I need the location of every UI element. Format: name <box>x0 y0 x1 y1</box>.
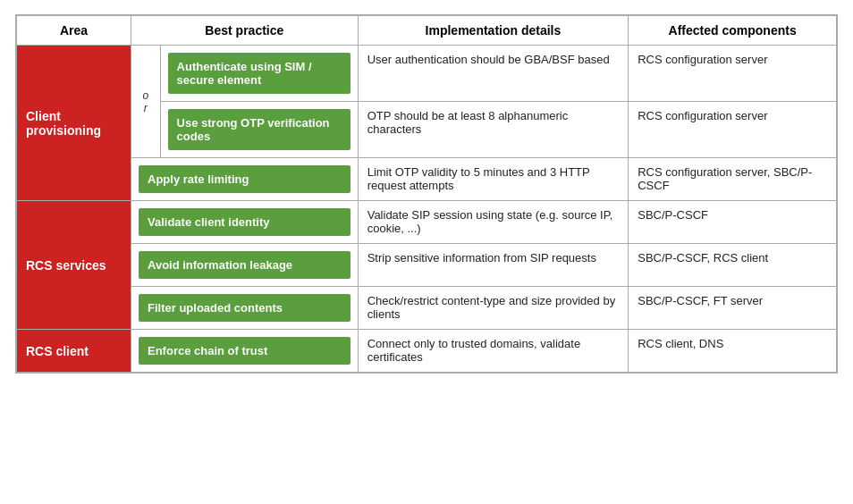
table-row: Apply rate limitingLimit OTP validity to… <box>17 158 837 201</box>
affected-cell: RCS configuration server <box>629 46 837 102</box>
implementation-cell: Connect only to trusted domains, validat… <box>358 330 629 373</box>
best-practice-cell: Validate client identity <box>131 201 359 244</box>
best-practice-label: Filter uploaded contents <box>139 294 350 322</box>
best-practice-label: Avoid information leakage <box>139 251 350 279</box>
table-row: Filter uploaded contentsCheck/restrict c… <box>17 287 837 330</box>
affected-cell: RCS configuration server <box>629 102 837 158</box>
best-practice-label: Validate client identity <box>139 208 350 236</box>
best-practice-cell: Avoid information leakage <box>131 244 359 287</box>
affected-cell: SBC/P-CSCF, RCS client <box>629 244 837 287</box>
table-row: RCS clientEnforce chain of trustConnect … <box>17 330 837 373</box>
best-practice-label: Authenticate using SIM / secure element <box>168 53 350 94</box>
implementation-cell: User authentication should be GBA/BSF ba… <box>358 46 629 102</box>
best-practice-cell: Apply rate limiting <box>131 158 359 201</box>
affected-cell: SBC/P-CSCF, FT server <box>629 287 837 330</box>
area-1: RCS services <box>17 201 131 330</box>
implementation-cell: OTP should be at least 8 alphanumeric ch… <box>358 102 629 158</box>
implementation-cell: Check/restrict content-type and size pro… <box>358 287 629 330</box>
implementation-cell: Limit OTP validity to 5 minutes and 3 HT… <box>358 158 629 201</box>
header-best-practice: Best practice <box>131 16 359 46</box>
header-implementation: Implementation details <box>358 16 629 46</box>
best-practice-cell: Authenticate using SIM / secure element <box>160 46 358 102</box>
implementation-cell: Strip sensitive information from SIP req… <box>358 244 629 287</box>
best-practice-cell: Enforce chain of trust <box>131 330 359 373</box>
header-affected: Affected components <box>629 16 837 46</box>
table-row: Client provisioningo rAuthenticate using… <box>17 46 837 102</box>
best-practice-cell: Filter uploaded contents <box>131 287 359 330</box>
affected-cell: RCS configuration server, SBC/P-CSCF <box>629 158 837 201</box>
area-0: Client provisioning <box>17 46 131 201</box>
main-table: Area Best practice Implementation detail… <box>15 14 838 374</box>
affected-cell: SBC/P-CSCF <box>629 201 837 244</box>
best-practice-label: Enforce chain of trust <box>139 337 350 365</box>
best-practice-label: Use strong OTP verification codes <box>168 109 350 150</box>
area-2: RCS client <box>17 330 131 373</box>
or-separator: o r <box>131 46 161 158</box>
best-practice-label: Apply rate limiting <box>139 165 350 193</box>
header-area: Area <box>17 16 131 46</box>
table-row: RCS servicesValidate client identityVali… <box>17 201 837 244</box>
implementation-cell: Validate SIP session using state (e.g. s… <box>358 201 629 244</box>
affected-cell: RCS client, DNS <box>629 330 837 373</box>
best-practice-cell: Use strong OTP verification codes <box>160 102 358 158</box>
table-row: Avoid information leakageStrip sensitive… <box>17 244 837 287</box>
